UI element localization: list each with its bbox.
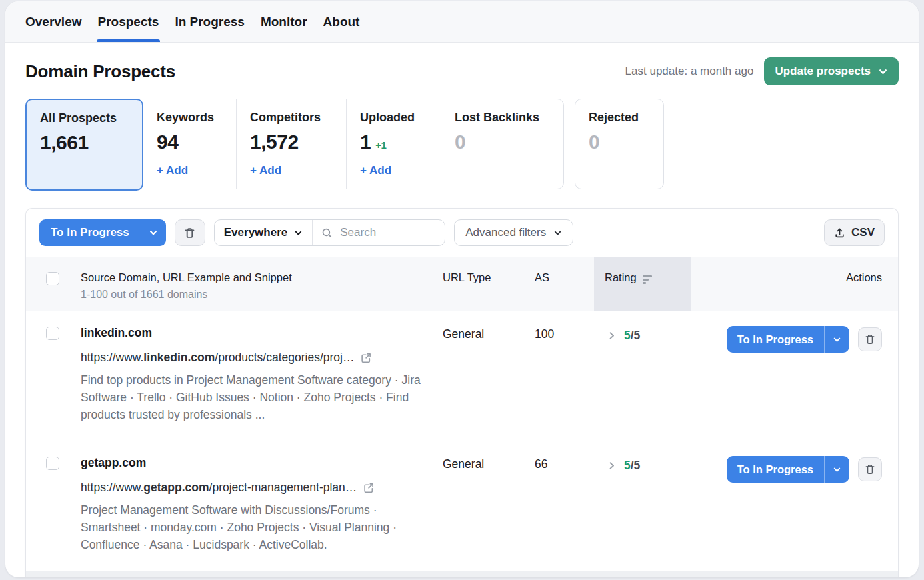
add-competitors-link[interactable]: + Add (250, 164, 333, 177)
row-checkbox[interactable] (46, 457, 59, 470)
update-prospects-button[interactable]: Update prospects (764, 57, 899, 85)
uploaded-count: 1 (360, 131, 371, 153)
search-scope-value: Everywhere (224, 226, 287, 239)
domain-name[interactable]: linkedin.com (81, 326, 443, 340)
csv-export-button[interactable]: CSV (824, 219, 885, 246)
card-all-prospects[interactable]: All Prospects 1,661 (25, 99, 143, 191)
select-all-cell (46, 257, 81, 311)
table-footer-strip (26, 571, 898, 577)
tab-in-progress[interactable]: In Progress (167, 1, 253, 42)
url-type-header[interactable]: URL Type (443, 257, 535, 311)
table-row: getapp.com https://www.getapp.com/projec… (26, 441, 898, 571)
row-action-dropdown-toggle[interactable] (824, 456, 849, 483)
page-title: Domain Prospects (25, 61, 175, 82)
table-toolbar: To In Progress Everywhere (26, 209, 898, 257)
actions-cell: To In Progress (691, 456, 882, 553)
chevron-down-icon (149, 228, 158, 237)
search-scope-dropdown[interactable]: Everywhere (215, 220, 313, 245)
url-suffix: /project-management-plan… (209, 481, 357, 494)
source-cell: getapp.com https://www.getapp.com/projec… (81, 456, 443, 553)
as-value: 66 (535, 456, 594, 553)
row-delete-button[interactable] (858, 457, 882, 481)
card-value: 0 (589, 131, 650, 153)
card-lost-backlinks[interactable]: Lost Backlinks 0 (441, 99, 563, 189)
card-label: All Prospects (40, 111, 129, 125)
add-keywords-link[interactable]: + Add (157, 164, 223, 177)
prospect-cards-row: All Prospects 1,661 Keywords 94 + Add Co… (5, 99, 919, 189)
row-action-dropdown-toggle[interactable] (824, 326, 849, 353)
trash-icon (183, 227, 196, 239)
row-delete-button[interactable] (858, 327, 882, 351)
card-label: Rejected (589, 111, 650, 125)
select-all-checkbox[interactable] (46, 272, 59, 285)
advanced-filters-button[interactable]: Advanced filters (454, 219, 573, 246)
url-domain-bold: linkedin.com (143, 351, 215, 364)
chevron-down-icon (294, 229, 303, 237)
url-type-value: General (443, 456, 535, 553)
as-header[interactable]: AS (535, 257, 594, 311)
card-label: Uploaded (360, 111, 427, 125)
rating-header[interactable]: Rating (594, 257, 691, 311)
rating-score: 5 (624, 459, 631, 472)
table-row: linkedin.com https://www.linkedin.com/pr… (26, 311, 898, 441)
rating-value: 5/5 (624, 329, 640, 343)
uploaded-delta-badge: +1 (375, 139, 386, 151)
url-example-link[interactable]: https://www.linkedin.com/products/catego… (81, 351, 443, 365)
row-checkbox[interactable] (46, 327, 59, 340)
source-cell: linkedin.com https://www.linkedin.com/pr… (81, 326, 443, 423)
tab-about[interactable]: About (315, 1, 368, 42)
card-value: 1 +1 (360, 131, 427, 153)
url-type-value: General (443, 326, 535, 423)
actions-cell: To In Progress (691, 326, 882, 423)
search-icon (321, 227, 333, 239)
tab-overview[interactable]: Overview (17, 1, 90, 42)
add-uploaded-link[interactable]: + Add (360, 164, 427, 177)
top-tab-bar: Overview Prospects In Progress Monitor A… (5, 1, 919, 43)
card-keywords[interactable]: Keywords 94 + Add (143, 99, 236, 189)
last-update-text: Last update: a month ago (625, 65, 754, 78)
rating-total: /5 (631, 329, 641, 342)
tab-prospects[interactable]: Prospects (90, 1, 167, 42)
url-example-link[interactable]: https://www.getapp.com/project-managemen… (81, 481, 443, 495)
card-label: Competitors (250, 111, 333, 125)
card-value: 0 (455, 131, 550, 153)
prospect-cards-group: All Prospects 1,661 Keywords 94 + Add Co… (25, 99, 564, 189)
as-value: 100 (535, 326, 594, 423)
card-value: 1,572 (250, 131, 333, 153)
domain-name[interactable]: getapp.com (81, 456, 443, 470)
bulk-action-dropdown-toggle[interactable] (141, 219, 166, 246)
external-link-icon[interactable] (363, 483, 374, 493)
rating-expand-chevron-icon[interactable] (607, 331, 616, 340)
trash-icon (864, 333, 876, 345)
row-action-split-button: To In Progress (727, 326, 849, 353)
tab-monitor[interactable]: Monitor (253, 1, 315, 42)
snippet-text: Find top products in Project Management … (81, 371, 429, 423)
source-domain-header: Source Domain, URL Example and Snippet 1… (81, 257, 443, 311)
card-competitors[interactable]: Competitors 1,572 + Add (236, 99, 346, 189)
url-prefix: https://www. (81, 481, 143, 494)
card-rejected[interactable]: Rejected 0 (575, 99, 664, 189)
delete-selected-button[interactable] (175, 219, 205, 246)
export-icon (834, 227, 845, 239)
row-action-split-button: To In Progress (727, 456, 849, 483)
to-in-progress-button[interactable]: To In Progress (727, 456, 824, 483)
rating-expand-chevron-icon[interactable] (607, 461, 616, 470)
bulk-action-split-button: To In Progress (39, 219, 166, 246)
card-uploaded[interactable]: Uploaded 1 +1 + Add (346, 99, 441, 189)
search-input[interactable] (339, 225, 431, 240)
row-checkbox-cell (46, 326, 81, 423)
source-domain-header-label: Source Domain, URL Example and Snippet (81, 271, 443, 284)
chevron-down-icon (833, 335, 841, 344)
bulk-to-in-progress-button[interactable]: To In Progress (39, 219, 141, 246)
trash-icon (864, 463, 876, 475)
external-link-icon[interactable] (361, 353, 371, 363)
sort-descending-icon (643, 275, 652, 284)
page-header: Domain Prospects Last update: a month ag… (5, 43, 919, 99)
advanced-filters-label: Advanced filters (465, 226, 546, 239)
to-in-progress-button[interactable]: To In Progress (727, 326, 824, 353)
chevron-down-icon (553, 229, 562, 237)
url-domain-bold: getapp.com (143, 481, 209, 494)
url-suffix: /products/categories/proj… (215, 351, 354, 364)
table-header-row: Source Domain, URL Example and Snippet 1… (26, 257, 898, 311)
app-window: Overview Prospects In Progress Monitor A… (5, 1, 919, 577)
